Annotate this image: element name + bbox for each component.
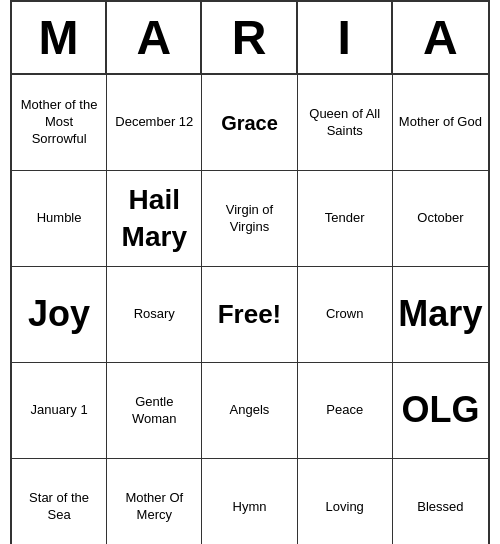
bingo-cell-14: Mary <box>393 267 488 363</box>
bingo-cell-10: Joy <box>12 267 107 363</box>
bingo-cell-2: Grace <box>202 75 297 171</box>
bingo-cell-3: Queen of All Saints <box>298 75 393 171</box>
bingo-cell-20: Star of the Sea <box>12 459 107 544</box>
bingo-cell-16: Gentle Woman <box>107 363 202 459</box>
header-letter-m-0: M <box>12 2 107 73</box>
bingo-cell-17: Angels <box>202 363 297 459</box>
bingo-cell-13: Crown <box>298 267 393 363</box>
header-letter-r-2: R <box>202 2 297 73</box>
bingo-cell-12: Free! <box>202 267 297 363</box>
bingo-cell-7: Virgin of Virgins <box>202 171 297 267</box>
bingo-cell-21: Mother Of Mercy <box>107 459 202 544</box>
bingo-cell-9: October <box>393 171 488 267</box>
bingo-cell-4: Mother of God <box>393 75 488 171</box>
bingo-cell-11: Rosary <box>107 267 202 363</box>
bingo-grid: Mother of the Most SorrowfulDecember 12G… <box>12 75 488 544</box>
header-letter-i-3: I <box>298 2 393 73</box>
bingo-header: MARIA <box>12 2 488 75</box>
bingo-cell-0: Mother of the Most Sorrowful <box>12 75 107 171</box>
bingo-cell-24: Blessed <box>393 459 488 544</box>
bingo-card: MARIA Mother of the Most SorrowfulDecemb… <box>10 0 490 544</box>
bingo-cell-23: Loving <box>298 459 393 544</box>
bingo-cell-6: Hail Mary <box>107 171 202 267</box>
bingo-cell-19: OLG <box>393 363 488 459</box>
bingo-cell-1: December 12 <box>107 75 202 171</box>
bingo-cell-5: Humble <box>12 171 107 267</box>
bingo-cell-15: January 1 <box>12 363 107 459</box>
bingo-cell-22: Hymn <box>202 459 297 544</box>
bingo-cell-18: Peace <box>298 363 393 459</box>
header-letter-a-4: A <box>393 2 488 73</box>
bingo-cell-8: Tender <box>298 171 393 267</box>
header-letter-a-1: A <box>107 2 202 73</box>
